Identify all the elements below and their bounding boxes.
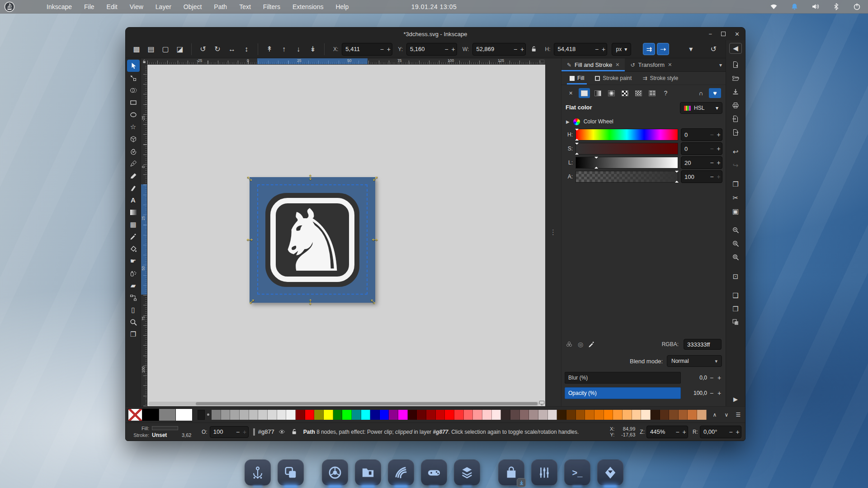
blur-slider[interactable]: Blur (%) bbox=[565, 372, 681, 384]
export-button[interactable] bbox=[729, 126, 742, 139]
wireless-app[interactable] bbox=[388, 460, 414, 486]
increment-button[interactable]: + bbox=[716, 389, 722, 397]
spiral-tool[interactable] bbox=[127, 145, 140, 157]
paint-none[interactable]: × bbox=[565, 88, 576, 98]
scale-stroke-toggle[interactable]: ⇉ bbox=[643, 43, 655, 55]
palette-swatch[interactable] bbox=[296, 410, 305, 420]
toolbar-overflow-dropdown[interactable]: ▾ bbox=[684, 43, 697, 56]
scale-handle[interactable]: ↕ bbox=[308, 171, 313, 182]
cut-button[interactable]: ✂ bbox=[729, 191, 742, 204]
chess-icon-background[interactable]: ♞ ↔ ↕ ↔ ↔ ↔ ↔ ↕ ↔ bbox=[250, 177, 375, 303]
rotation-field[interactable]: 0,00° − + bbox=[700, 426, 741, 438]
palette-swatch[interactable] bbox=[538, 410, 548, 420]
increment-button[interactable]: + bbox=[734, 428, 741, 436]
eraser-tool[interactable]: ▰ bbox=[127, 279, 140, 291]
dropper-tool[interactable] bbox=[127, 230, 140, 243]
menu-extensions[interactable]: Extensions bbox=[292, 3, 323, 10]
calligraphy-tool[interactable] bbox=[127, 182, 140, 194]
palette-swatch[interactable] bbox=[249, 410, 259, 420]
layers-app[interactable] bbox=[454, 460, 480, 486]
palette-swatch[interactable] bbox=[454, 410, 464, 420]
subtab-stroke-paint[interactable]: Stroke paint bbox=[590, 72, 636, 84]
palette-swatch[interactable] bbox=[314, 410, 324, 420]
palette-swatch[interactable] bbox=[529, 410, 538, 420]
open-file-button[interactable] bbox=[729, 72, 742, 84]
selection-frame-button[interactable]: ⊡ bbox=[729, 270, 742, 282]
spray-tool[interactable] bbox=[127, 267, 140, 279]
paint-mesh-gradient[interactable] bbox=[646, 88, 658, 98]
wifi-icon[interactable] bbox=[770, 3, 778, 10]
pages-tool[interactable]: ▯ bbox=[127, 304, 140, 316]
menu-edit[interactable]: Edit bbox=[107, 3, 118, 10]
decrement-button[interactable]: − bbox=[708, 374, 715, 381]
canvas[interactable]: ♞ ↔ ↕ ↔ ↔ ↔ ↔ ↕ ↔ bbox=[147, 65, 545, 406]
decrement-button[interactable]: − bbox=[727, 428, 734, 436]
menu-view[interactable]: View bbox=[130, 3, 143, 10]
scale-handle[interactable]: ↔ bbox=[367, 293, 382, 308]
palette-swatch[interactable] bbox=[501, 410, 510, 420]
palette-swatch[interactable] bbox=[380, 410, 389, 420]
minimize-button[interactable]: − bbox=[709, 31, 712, 38]
zoom-selection-button[interactable] bbox=[729, 224, 742, 236]
palette-swatch[interactable] bbox=[426, 410, 436, 420]
opacity-field[interactable]: 100 − + bbox=[210, 426, 249, 438]
rotate-cw-button[interactable]: ↻ bbox=[211, 43, 224, 56]
increment-button[interactable]: + bbox=[241, 428, 248, 436]
palette-swatch[interactable] bbox=[548, 410, 557, 420]
measure-tool[interactable]: ❐ bbox=[127, 328, 140, 340]
hue-spinbox[interactable]: 0 − + bbox=[681, 128, 722, 141]
chromium-browser[interactable] bbox=[322, 460, 348, 486]
palette-swatch[interactable] bbox=[492, 410, 501, 420]
rotation-reset-button[interactable]: ↺ bbox=[707, 43, 720, 56]
decrement-button[interactable]: − bbox=[512, 46, 519, 53]
select-all-button[interactable]: ▩ bbox=[130, 43, 143, 56]
close-button[interactable]: ✕ bbox=[735, 31, 740, 38]
palette-swatch[interactable] bbox=[436, 410, 445, 420]
increment-button[interactable]: + bbox=[450, 46, 457, 53]
palette-swatch[interactable] bbox=[324, 410, 333, 420]
window-titlebar[interactable]: *3dchess.svg - Inkscape − ✕ bbox=[126, 28, 745, 40]
maximize-button[interactable] bbox=[721, 32, 726, 36]
palette-swatch[interactable] bbox=[585, 410, 594, 420]
chevron-down-icon[interactable]: ▾ bbox=[719, 62, 722, 68]
increment-button[interactable]: + bbox=[681, 428, 688, 436]
opacity-spinbox[interactable]: 100,0 − + bbox=[683, 389, 722, 397]
inkscape-logo-icon[interactable] bbox=[4, 1, 15, 12]
color-profiles-icon[interactable] bbox=[566, 341, 573, 348]
menu-text[interactable]: Text bbox=[239, 3, 251, 10]
box3d-tool[interactable] bbox=[127, 133, 140, 145]
palette-swatch[interactable] bbox=[277, 410, 287, 420]
mesh-tool[interactable]: ▦ bbox=[127, 218, 140, 230]
ruler-left[interactable]: -250255075100 bbox=[141, 65, 147, 406]
save-button[interactable] bbox=[729, 85, 742, 98]
scale-corners-toggle[interactable]: ⇢ bbox=[657, 43, 669, 55]
increment-button[interactable]: + bbox=[385, 46, 392, 53]
bucket-fill-tool[interactable] bbox=[127, 243, 140, 255]
palette-swatch[interactable] bbox=[268, 410, 277, 420]
palette-swatch[interactable] bbox=[159, 408, 176, 421]
lightness-slider[interactable] bbox=[576, 157, 678, 169]
gradient-tool[interactable] bbox=[127, 206, 140, 218]
connector-tool[interactable] bbox=[127, 291, 140, 304]
import-button[interactable] bbox=[729, 113, 742, 125]
subtab-fill[interactable]: Fill bbox=[565, 72, 589, 84]
palette-swatch[interactable] bbox=[566, 410, 576, 420]
scale-handle[interactable]: ↔ bbox=[244, 293, 258, 308]
palette-swatch[interactable] bbox=[398, 410, 408, 420]
rectangle-tool[interactable] bbox=[127, 96, 140, 108]
deselect-button[interactable]: ▢ bbox=[159, 43, 172, 56]
cms-icon[interactable]: ◎ bbox=[578, 341, 583, 348]
palette-swatch[interactable] bbox=[212, 410, 221, 420]
inkscape-app[interactable] bbox=[597, 460, 623, 486]
paint-swatch[interactable] bbox=[633, 88, 644, 98]
paint-unknown[interactable]: ? bbox=[660, 88, 671, 98]
flip-horizontal-button[interactable]: ↔ bbox=[226, 43, 238, 56]
palette-swatch[interactable] bbox=[221, 410, 231, 420]
increment-button[interactable]: + bbox=[519, 46, 525, 53]
scale-handle[interactable]: ↔ bbox=[244, 170, 258, 185]
alpha-slider[interactable] bbox=[576, 171, 678, 183]
power-icon[interactable] bbox=[853, 3, 861, 10]
scrollbar-thumb[interactable] bbox=[196, 402, 538, 405]
anchor-app[interactable] bbox=[245, 460, 271, 486]
menu-layer[interactable]: Layer bbox=[156, 3, 171, 10]
